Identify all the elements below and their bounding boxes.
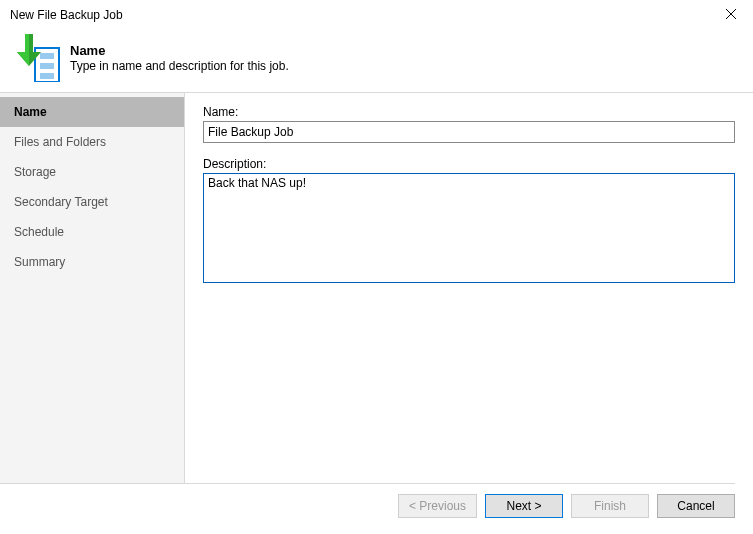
next-button[interactable]: Next >: [485, 494, 563, 518]
previous-button: < Previous: [398, 494, 477, 518]
svg-marker-7: [17, 34, 29, 66]
sidebar-item-label: Storage: [14, 165, 56, 179]
job-name-input[interactable]: [203, 121, 735, 143]
sidebar-item-name[interactable]: Name: [0, 97, 184, 127]
finish-button: Finish: [571, 494, 649, 518]
wizard-header: Name Type in name and description for th…: [0, 30, 753, 93]
sidebar-item-summary[interactable]: Summary: [0, 247, 184, 277]
close-icon: [725, 7, 737, 23]
wizard-header-icon: [12, 34, 60, 82]
sidebar-item-label: Name: [14, 105, 47, 119]
description-label: Description:: [203, 157, 735, 171]
sidebar-item-files-and-folders[interactable]: Files and Folders: [0, 127, 184, 157]
wizard-window: New File Backup Job Name Type in name an…: [0, 0, 753, 534]
wizard-step-title: Name: [70, 43, 289, 58]
svg-rect-4: [40, 63, 54, 69]
sidebar-item-secondary-target[interactable]: Secondary Target: [0, 187, 184, 217]
svg-rect-3: [40, 53, 54, 59]
close-button[interactable]: [709, 0, 753, 30]
sidebar-item-label: Files and Folders: [14, 135, 106, 149]
wizard-header-text: Name Type in name and description for th…: [70, 43, 289, 73]
wizard-step-subtitle: Type in name and description for this jo…: [70, 59, 289, 73]
cancel-button[interactable]: Cancel: [657, 494, 735, 518]
sidebar-item-label: Summary: [14, 255, 65, 269]
wizard-content: Name: Description:: [185, 93, 753, 483]
sidebar-item-label: Schedule: [14, 225, 64, 239]
window-title: New File Backup Job: [10, 8, 123, 22]
wizard-steps-sidebar: Name Files and Folders Storage Secondary…: [0, 93, 185, 483]
sidebar-item-label: Secondary Target: [14, 195, 108, 209]
svg-rect-5: [40, 73, 54, 79]
wizard-footer: < Previous Next > Finish Cancel: [0, 483, 735, 518]
sidebar-item-storage[interactable]: Storage: [0, 157, 184, 187]
titlebar: New File Backup Job: [0, 0, 753, 30]
sidebar-item-schedule[interactable]: Schedule: [0, 217, 184, 247]
name-label: Name:: [203, 105, 735, 119]
job-description-textarea[interactable]: [203, 173, 735, 283]
